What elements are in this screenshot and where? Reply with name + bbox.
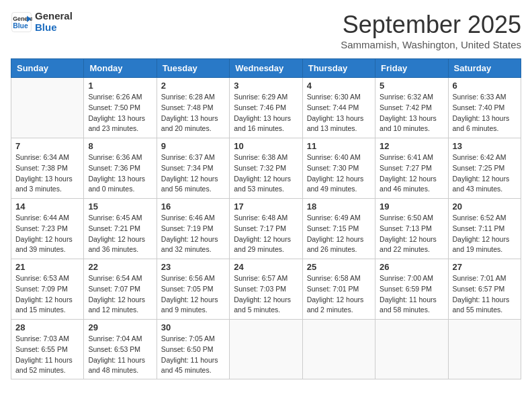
day-info: Sunrise: 6:46 AMSunset: 7:19 PMDaylight:… — [161, 213, 225, 255]
calendar-cell — [448, 320, 521, 379]
day-number: 19 — [380, 201, 443, 212]
day-number: 4 — [307, 81, 371, 91]
day-info: Sunrise: 6:48 AMSunset: 7:17 PMDaylight:… — [234, 213, 298, 255]
logo-icon: General Blue — [11, 11, 32, 33]
day-number: 21 — [15, 262, 79, 272]
calendar-cell: 24Sunrise: 6:57 AMSunset: 7:03 PMDayligh… — [230, 259, 302, 320]
logo: General Blue General Blue — [11, 11, 73, 33]
calendar-cell: 26Sunrise: 7:00 AMSunset: 6:59 PMDayligh… — [375, 259, 448, 320]
calendar-cell: 30Sunrise: 7:05 AMSunset: 6:50 PMDayligh… — [157, 320, 229, 379]
day-info: Sunrise: 6:57 AMSunset: 7:03 PMDaylight:… — [234, 273, 298, 316]
day-info: Sunrise: 6:56 AMSunset: 7:05 PMDaylight:… — [161, 273, 225, 316]
week-row-3: 14Sunrise: 6:44 AMSunset: 7:23 PMDayligh… — [11, 199, 521, 259]
day-number: 15 — [88, 201, 152, 212]
calendar-cell: 12Sunrise: 6:41 AMSunset: 7:27 PMDayligh… — [375, 138, 448, 199]
day-number: 12 — [380, 141, 443, 151]
calendar-cell — [11, 78, 84, 138]
month-title: September 2025 — [341, 11, 521, 39]
day-info: Sunrise: 6:33 AMSunset: 7:40 PMDaylight:… — [453, 92, 517, 134]
calendar-cell: 15Sunrise: 6:45 AMSunset: 7:21 PMDayligh… — [84, 199, 157, 259]
calendar-cell: 9Sunrise: 6:37 AMSunset: 7:34 PMDaylight… — [157, 138, 229, 199]
svg-text:Blue: Blue — [13, 21, 28, 29]
day-number: 28 — [15, 322, 79, 332]
day-info: Sunrise: 6:42 AMSunset: 7:25 PMDaylight:… — [453, 152, 517, 195]
location: Sammamish, Washington, United States — [341, 39, 521, 50]
calendar-cell: 28Sunrise: 7:03 AMSunset: 6:55 PMDayligh… — [11, 320, 84, 379]
day-number: 13 — [453, 141, 517, 151]
day-info: Sunrise: 6:58 AMSunset: 7:01 PMDaylight:… — [307, 273, 371, 316]
logo-text: General Blue — [35, 11, 73, 33]
day-header-tuesday: Tuesday — [157, 59, 229, 78]
day-info: Sunrise: 6:44 AMSunset: 7:23 PMDaylight:… — [15, 213, 79, 255]
calendar-cell: 21Sunrise: 6:53 AMSunset: 7:09 PMDayligh… — [11, 259, 84, 320]
calendar-cell: 18Sunrise: 6:49 AMSunset: 7:15 PMDayligh… — [302, 199, 375, 259]
day-info: Sunrise: 6:32 AMSunset: 7:42 PMDaylight:… — [380, 92, 443, 134]
calendar-cell: 13Sunrise: 6:42 AMSunset: 7:25 PMDayligh… — [448, 138, 521, 199]
calendar-cell: 14Sunrise: 6:44 AMSunset: 7:23 PMDayligh… — [11, 199, 84, 259]
title-block: September 2025 Sammamish, Washington, Un… — [341, 11, 521, 50]
day-number: 29 — [88, 322, 152, 332]
calendar-cell: 4Sunrise: 6:30 AMSunset: 7:44 PMDaylight… — [302, 78, 375, 138]
calendar-cell — [230, 320, 302, 379]
calendar-cell: 27Sunrise: 7:01 AMSunset: 6:57 PMDayligh… — [448, 259, 521, 320]
calendar-cell: 23Sunrise: 6:56 AMSunset: 7:05 PMDayligh… — [157, 259, 229, 320]
day-number: 24 — [234, 262, 298, 272]
day-number: 5 — [380, 81, 443, 91]
calendar-cell: 2Sunrise: 6:28 AMSunset: 7:48 PMDaylight… — [157, 78, 229, 138]
day-number: 27 — [453, 262, 517, 272]
day-info: Sunrise: 6:45 AMSunset: 7:21 PMDaylight:… — [88, 213, 152, 255]
day-info: Sunrise: 6:41 AMSunset: 7:27 PMDaylight:… — [380, 152, 443, 195]
day-info: Sunrise: 6:50 AMSunset: 7:13 PMDaylight:… — [380, 213, 443, 255]
day-number: 11 — [307, 141, 371, 151]
calendar-cell: 11Sunrise: 6:40 AMSunset: 7:30 PMDayligh… — [302, 138, 375, 199]
day-info: Sunrise: 6:52 AMSunset: 7:11 PMDaylight:… — [453, 213, 517, 255]
day-header-monday: Monday — [84, 59, 157, 78]
day-info: Sunrise: 6:36 AMSunset: 7:36 PMDaylight:… — [88, 152, 152, 195]
day-info: Sunrise: 6:53 AMSunset: 7:09 PMDaylight:… — [15, 273, 79, 316]
day-info: Sunrise: 6:38 AMSunset: 7:32 PMDaylight:… — [234, 152, 298, 195]
day-number: 25 — [307, 262, 371, 272]
day-number: 8 — [88, 141, 152, 151]
day-number: 1 — [88, 81, 152, 91]
calendar-table: SundayMondayTuesdayWednesdayThursdayFrid… — [11, 58, 521, 379]
day-info: Sunrise: 7:01 AMSunset: 6:57 PMDaylight:… — [453, 273, 517, 316]
week-row-5: 28Sunrise: 7:03 AMSunset: 6:55 PMDayligh… — [11, 320, 521, 379]
day-number: 14 — [15, 201, 79, 212]
day-info: Sunrise: 6:49 AMSunset: 7:15 PMDaylight:… — [307, 213, 371, 255]
calendar-cell — [302, 320, 375, 379]
day-header-sunday: Sunday — [11, 59, 84, 78]
day-info: Sunrise: 6:26 AMSunset: 7:50 PMDaylight:… — [88, 92, 152, 134]
days-header-row: SundayMondayTuesdayWednesdayThursdayFrid… — [11, 59, 521, 78]
day-number: 7 — [15, 141, 79, 151]
day-info: Sunrise: 6:40 AMSunset: 7:30 PMDaylight:… — [307, 152, 371, 195]
day-number: 16 — [161, 201, 225, 212]
day-header-wednesday: Wednesday — [230, 59, 302, 78]
day-number: 6 — [453, 81, 517, 91]
week-row-2: 7Sunrise: 6:34 AMSunset: 7:38 PMDaylight… — [11, 138, 521, 199]
day-number: 23 — [161, 262, 225, 272]
day-number: 20 — [453, 201, 517, 212]
calendar-cell: 10Sunrise: 6:38 AMSunset: 7:32 PMDayligh… — [230, 138, 302, 199]
day-header-saturday: Saturday — [448, 59, 521, 78]
day-number: 22 — [88, 262, 152, 272]
calendar-cell: 25Sunrise: 6:58 AMSunset: 7:01 PMDayligh… — [302, 259, 375, 320]
day-number: 17 — [234, 201, 298, 212]
calendar-cell: 6Sunrise: 6:33 AMSunset: 7:40 PMDaylight… — [448, 78, 521, 138]
week-row-4: 21Sunrise: 6:53 AMSunset: 7:09 PMDayligh… — [11, 259, 521, 320]
week-row-1: 1Sunrise: 6:26 AMSunset: 7:50 PMDaylight… — [11, 78, 521, 138]
calendar-cell: 5Sunrise: 6:32 AMSunset: 7:42 PMDaylight… — [375, 78, 448, 138]
calendar-cell: 20Sunrise: 6:52 AMSunset: 7:11 PMDayligh… — [448, 199, 521, 259]
day-info: Sunrise: 7:05 AMSunset: 6:50 PMDaylight:… — [161, 334, 225, 376]
day-number: 18 — [307, 201, 371, 212]
day-info: Sunrise: 7:03 AMSunset: 6:55 PMDaylight:… — [15, 334, 79, 376]
day-info: Sunrise: 6:54 AMSunset: 7:07 PMDaylight:… — [88, 273, 152, 316]
day-number: 10 — [234, 141, 298, 151]
day-info: Sunrise: 7:00 AMSunset: 6:59 PMDaylight:… — [380, 273, 443, 316]
day-header-friday: Friday — [375, 59, 448, 78]
day-info: Sunrise: 6:30 AMSunset: 7:44 PMDaylight:… — [307, 92, 371, 134]
day-number: 9 — [161, 141, 225, 151]
calendar-cell — [375, 320, 448, 379]
day-info: Sunrise: 6:34 AMSunset: 7:38 PMDaylight:… — [15, 152, 79, 195]
day-number: 3 — [234, 81, 298, 91]
day-header-thursday: Thursday — [302, 59, 375, 78]
